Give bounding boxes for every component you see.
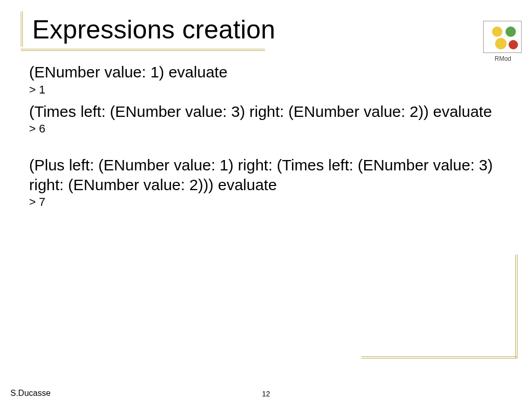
result-3: > 7 [29, 195, 503, 209]
slide-body: (ENumber value: 1) evaluate > 1 (Times l… [29, 62, 503, 209]
decor-vertical-rule [515, 255, 517, 358]
result-2: > 6 [29, 122, 503, 136]
expression-3: (Plus left: (ENumber value: 1) right: (T… [29, 155, 503, 194]
spacer [29, 141, 503, 153]
result-1: > 1 [29, 83, 503, 97]
slide: RMod Expressions creation (ENumber value… [0, 15, 532, 399]
footer-author: S.Ducasse [10, 389, 50, 398]
decor-horizontal-rule [362, 356, 517, 358]
expression-2: (Times left: (ENumber value: 3) right: (… [29, 102, 503, 122]
expression-1: (ENumber value: 1) evaluate [29, 62, 503, 82]
slide-title: Expressions creation [32, 15, 532, 45]
footer-page-number: 12 [262, 390, 270, 398]
title-underline [21, 49, 265, 51]
title-area: Expressions creation [0, 15, 532, 46]
logo-caption: RMod [480, 55, 526, 62]
